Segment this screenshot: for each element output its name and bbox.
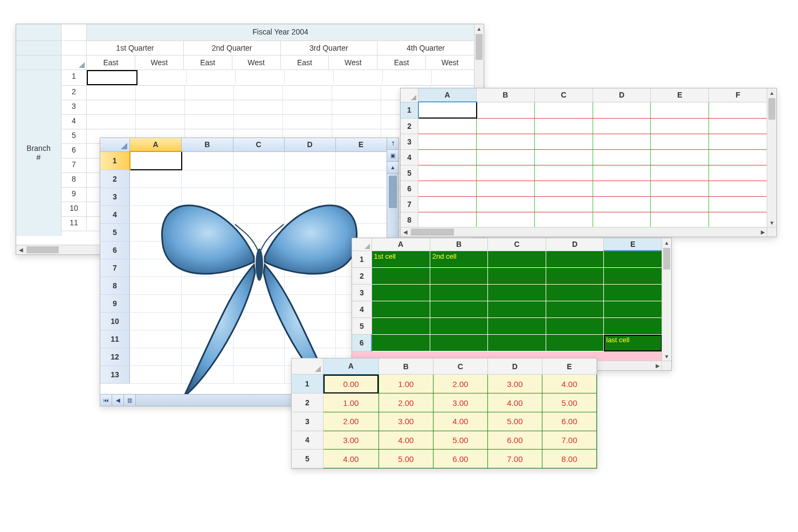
grid-cell[interactable]: last cell xyxy=(604,335,662,351)
grid-cell[interactable] xyxy=(372,268,430,285)
grid-cell[interactable]: 5.00 xyxy=(433,431,487,450)
grid-cell[interactable] xyxy=(332,86,381,100)
grid-cell[interactable] xyxy=(534,102,593,118)
row-header[interactable]: 6 xyxy=(100,241,130,259)
row-header[interactable]: 4 xyxy=(100,206,130,224)
grid-cell[interactable] xyxy=(130,206,182,224)
row-header[interactable]: 6 xyxy=(61,144,87,158)
row-header[interactable]: 7 xyxy=(61,158,87,172)
grid-cell[interactable] xyxy=(546,318,603,335)
scroll-right-icon[interactable]: ▶ xyxy=(758,227,767,237)
grid-cell[interactable]: 2.00 xyxy=(379,393,433,412)
column-header[interactable]: E xyxy=(335,138,387,151)
grid-cell[interactable]: 7.00 xyxy=(487,450,542,468)
grid-cell[interactable] xyxy=(87,100,136,114)
grid-cell[interactable]: 5.00 xyxy=(542,393,596,412)
grid-cell[interactable] xyxy=(709,212,767,228)
column-header[interactable]: B xyxy=(430,238,488,251)
select-all-corner[interactable] xyxy=(292,358,324,375)
grid-cell[interactable] xyxy=(534,150,593,165)
grid-cell[interactable] xyxy=(284,188,335,206)
grid-cell[interactable] xyxy=(593,102,651,118)
grid-cell[interactable] xyxy=(651,118,709,134)
row-header[interactable]: 3 xyxy=(61,100,87,114)
grid-cell[interactable] xyxy=(187,70,236,84)
grid-cell[interactable]: 6.00 xyxy=(542,412,596,431)
row-header[interactable]: 11 xyxy=(61,217,87,231)
grid-cell[interactable] xyxy=(284,259,335,277)
row-header[interactable]: 2 xyxy=(100,170,130,188)
grid-cell[interactable] xyxy=(534,118,593,134)
row-header[interactable]: 3 xyxy=(100,188,130,206)
quarter-header[interactable]: 4th Quarter xyxy=(377,41,474,55)
grid-cell[interactable] xyxy=(236,70,285,84)
grid-cell[interactable] xyxy=(182,277,233,295)
grid-cell[interactable] xyxy=(534,181,593,197)
grid-cell[interactable] xyxy=(534,197,593,212)
grid-cell[interactable]: 2nd cell xyxy=(430,251,488,268)
grid-cell[interactable] xyxy=(233,151,284,170)
subcol-header[interactable]: East xyxy=(377,56,426,70)
grid-cell[interactable] xyxy=(546,301,603,318)
grid-cell[interactable] xyxy=(418,102,477,118)
grid-cell[interactable] xyxy=(709,197,767,212)
grid-cell[interactable] xyxy=(284,241,335,259)
row-header[interactable]: 10 xyxy=(100,313,130,330)
grid-cell[interactable] xyxy=(334,70,383,84)
scroll-left-icon[interactable]: ◀ xyxy=(112,395,124,406)
grid-cell[interactable] xyxy=(430,318,488,335)
grid-cell[interactable] xyxy=(546,285,603,301)
column-header[interactable]: B xyxy=(477,88,535,102)
row-header[interactable]: 1 xyxy=(292,375,324,393)
scroll-up-icon[interactable]: ▲ xyxy=(662,238,671,247)
grid-cell[interactable] xyxy=(418,165,477,181)
grid-cell[interactable] xyxy=(604,301,662,318)
grid-cell[interactable] xyxy=(430,335,488,351)
column-header[interactable]: D xyxy=(546,238,603,251)
grid-cell[interactable] xyxy=(651,134,709,150)
column-header[interactable]: A xyxy=(372,238,430,251)
grid-cell[interactable] xyxy=(233,295,284,313)
quarter-header[interactable]: 3rd Quarter xyxy=(281,41,378,55)
grid-cell[interactable] xyxy=(283,115,332,129)
grid-cell[interactable] xyxy=(284,170,335,188)
grid-cell[interactable] xyxy=(130,366,182,384)
grid-cell[interactable] xyxy=(335,188,387,206)
row-header[interactable]: 6 xyxy=(352,335,372,351)
grid-cell[interactable] xyxy=(234,100,283,114)
grid-cell[interactable] xyxy=(709,118,767,134)
row-header[interactable]: 2 xyxy=(61,86,87,100)
grid-cell[interactable] xyxy=(709,134,767,150)
scroll-first-icon[interactable]: ⏮ xyxy=(100,395,112,406)
column-header[interactable]: C xyxy=(534,88,593,102)
grid-cell[interactable] xyxy=(182,224,233,241)
grid-cell[interactable] xyxy=(546,251,603,268)
grid-cell[interactable]: 3.00 xyxy=(379,412,433,431)
grid-cell[interactable] xyxy=(130,188,182,206)
row-header[interactable]: 5 xyxy=(100,224,130,241)
grid-cell[interactable] xyxy=(284,224,335,241)
grid-cell[interactable] xyxy=(488,301,546,318)
grid-cell[interactable]: 3.00 xyxy=(487,375,542,393)
grid-cell[interactable]: 7.00 xyxy=(542,431,596,450)
row-header[interactable]: 2 xyxy=(401,118,418,134)
grid-cell[interactable]: 1st cell xyxy=(372,251,430,268)
grid-cell[interactable] xyxy=(593,165,651,181)
grid-cell[interactable] xyxy=(534,134,593,150)
row-header[interactable]: 4 xyxy=(401,150,418,165)
grid-cell[interactable] xyxy=(534,165,593,181)
grid-cell[interactable] xyxy=(130,241,182,259)
grid-cell[interactable]: 1.00 xyxy=(324,393,379,412)
grid-cell[interactable] xyxy=(593,150,651,165)
grid-cell[interactable] xyxy=(283,100,332,114)
grid-cell[interactable] xyxy=(130,277,182,295)
grid-cell[interactable] xyxy=(185,115,234,129)
vertical-scrollbar[interactable]: ▲ ▼ xyxy=(767,88,776,227)
row-header[interactable]: 5 xyxy=(352,318,372,335)
grid-cell[interactable] xyxy=(383,70,432,84)
grid-cell[interactable] xyxy=(130,170,182,188)
grid-cell[interactable] xyxy=(488,285,546,301)
grid-cell[interactable] xyxy=(709,165,767,181)
row-header[interactable]: 13 xyxy=(100,366,130,384)
grid-cell[interactable] xyxy=(651,181,709,197)
